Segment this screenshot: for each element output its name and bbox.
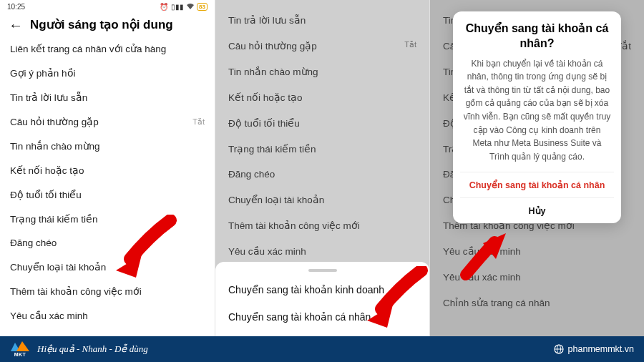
list-item[interactable]: Trạng thái kiếm tiền <box>0 207 215 231</box>
confirm-dialog: Chuyển sang tài khoản cá nhân? Khi bạn c… <box>453 11 621 223</box>
sheet-handle-icon[interactable] <box>308 269 337 272</box>
list-item[interactable]: Liên kết trang cá nhân với cửa hàng <box>0 36 215 61</box>
list-item[interactable]: Tin trả lời lưu sẵn <box>0 85 215 109</box>
bottom-sheet: Chuyển sang tài khoản kinh doanh Chuyển … <box>215 262 429 336</box>
status-time: 10:25 <box>7 3 25 11</box>
list-item[interactable]: Đăng chéo <box>0 231 215 255</box>
list-item-switch-account-type[interactable]: Chuyển loại tài khoản <box>0 255 215 279</box>
switch-to-personal-button[interactable]: Chuyển sang tài khoản cá nhân <box>215 303 429 331</box>
switch-to-business-button[interactable]: Chuyển sang tài khoản kinh doanh <box>215 276 429 303</box>
footer-tagline: Hiệu quả - Nhanh - Dễ dùng <box>37 343 148 355</box>
back-icon[interactable]: ← <box>9 18 23 32</box>
dialog-body: Khi bạn chuyển lại về tài khoản cá nhân,… <box>460 57 614 164</box>
list-item[interactable]: Tin nhắn chào mừng <box>0 134 215 158</box>
globe-icon <box>554 344 564 354</box>
dialog-cancel-button[interactable]: Hủy <box>460 197 614 223</box>
dialog-title: Chuyển sang tài khoản cá nhân? <box>460 21 614 52</box>
branding-footer: MKT Hiệu quả - Nhanh - Dễ dùng phanmemmk… <box>0 336 644 362</box>
page-header: ← Người sáng tạo nội dung <box>0 13 215 36</box>
footer-website[interactable]: phanmemmkt.vn <box>554 344 634 354</box>
svg-marker-4 <box>16 341 29 351</box>
list-item[interactable]: Kết nối hoặc tạo <box>0 158 215 182</box>
list-item[interactable]: Độ tuổi tối thiểu <box>0 182 215 207</box>
list-item[interactable]: Yêu cầu xác minh <box>0 303 215 328</box>
dialog-confirm-button[interactable]: Chuyển sang tài khoản cá nhân <box>460 172 614 197</box>
status-clock-icon: ⏰ <box>160 3 168 11</box>
status-signal-icon: ▯▮▮ <box>171 3 184 11</box>
panel-3-dialog: Tin trả lời lưu sẵn Câu hỏi thường gặpTắ… <box>429 0 644 336</box>
page-title: Người sáng tạo nội dung <box>30 17 173 32</box>
list-item[interactable]: Thêm tài khoản công việc mới <box>0 279 215 303</box>
status-bar: 10:25 ⏰ ▯▮▮ 83 <box>0 0 215 13</box>
list-item[interactable]: Câu hỏi thường gặpTắt <box>0 109 215 134</box>
status-battery: 83 <box>197 3 208 11</box>
settings-list: Liên kết trang cá nhân với cửa hàng Gợi … <box>0 36 215 328</box>
panel-1-settings: 10:25 ⏰ ▯▮▮ 83 ← Người sáng tạo nội dung… <box>0 0 215 336</box>
mkt-logo-icon: MKT <box>10 341 30 358</box>
list-item[interactable]: Gợi ý phản hồi <box>0 61 215 85</box>
panel-2-sheet: Tin trả lời lưu sẵn Câu hỏi thường gặpTắ… <box>215 0 429 336</box>
status-wifi-icon <box>187 3 194 11</box>
